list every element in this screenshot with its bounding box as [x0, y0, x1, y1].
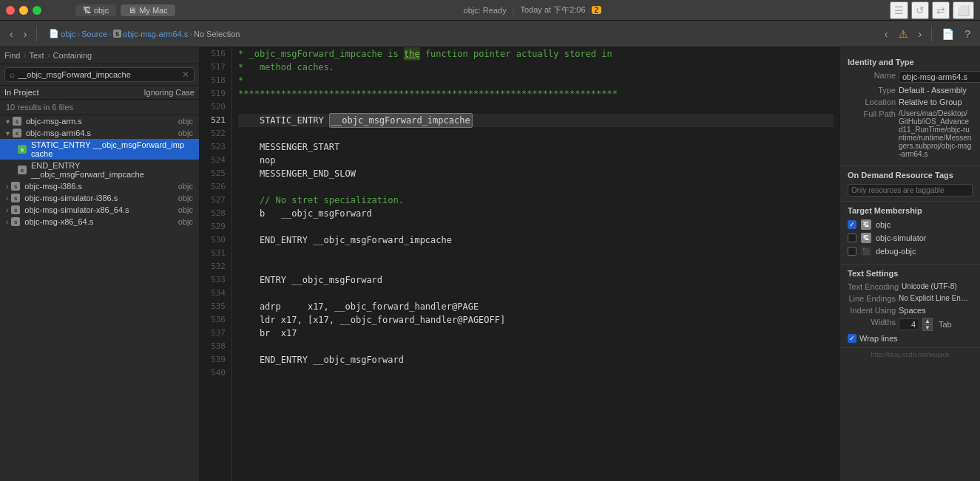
close-button[interactable] — [6, 6, 15, 15]
target-simulator: 🏗 objc-simulator — [848, 233, 973, 243]
checkbox-objc[interactable]: ✓ — [848, 220, 856, 229]
indent-label: Indent Using — [848, 306, 896, 315]
titlebar: 🏗 objc 🖥 My Mac objc: Ready | Today at 下… — [0, 0, 980, 21]
file-icon-x86: s — [11, 217, 20, 226]
target-membership-title: Target Membership — [848, 206, 973, 215]
filetype-x86: objc — [178, 217, 193, 226]
help-btn[interactable]: ? — [961, 27, 974, 41]
sidebar-item-end-entry[interactable]: s END_ENTRY __objc_msgForward_impcache — [0, 160, 199, 180]
full-path-row: Full Path /Users/mac/Desktop/GitHub/iOS_… — [848, 109, 973, 158]
type-row: Type Default - Assembly — [848, 86, 973, 95]
sidebar-item-sim-i386[interactable]: › s objc-msg-simulator-i386.s objc — [0, 192, 199, 204]
filename-sim-x86: objc-msg-simulator-x86_64.s — [24, 205, 175, 214]
stepper-down[interactable]: ▼ — [922, 324, 933, 331]
code-line-519: ****************************************… — [238, 87, 834, 100]
breadcrumb-file-icon: s — [113, 30, 122, 38]
search-input-row: ⌕ ✕ — [0, 64, 199, 86]
breadcrumb-file[interactable]: objc-msg-arm64.s — [123, 30, 188, 38]
caret-sim-x86: › — [6, 206, 8, 214]
line-num-526: 526 — [206, 180, 226, 194]
search-input-wrap: ⌕ ✕ — [4, 67, 195, 82]
filename-end: END_ENTRY __objc_msgForward_impcache — [31, 161, 193, 179]
swap-icon[interactable]: ⇄ — [932, 1, 950, 19]
location-row: Location Relative to Group — [848, 98, 973, 106]
sidebar: Find › Text › Containing ⌕ ✕ In Project — [0, 47, 200, 481]
list-icon[interactable]: ☰ — [890, 1, 908, 19]
zoom-button[interactable] — [33, 6, 41, 15]
breadcrumb-source[interactable]: Source — [81, 30, 107, 38]
file-icon-static: s — [18, 145, 27, 154]
status-label: objc: Ready — [464, 6, 507, 15]
code-content: 516 517 518 519 520 521 522 523 524 525 … — [200, 47, 839, 481]
checkbox-sim[interactable] — [848, 233, 856, 242]
filetype-sim-x86: objc — [178, 205, 193, 214]
widths-row: Widths ▲ ▼ Tab — [848, 318, 973, 331]
results-label: 10 results in 6 files — [0, 100, 199, 115]
wrap-checkbox[interactable]: ✓ — [848, 334, 856, 343]
status-sep: | — [513, 6, 515, 15]
watermark-text: http://blog.csdn.net/wujack — [871, 351, 949, 358]
scope-in-project: In Project — [4, 88, 38, 97]
segment-find[interactable]: Find — [4, 51, 20, 60]
checkbox-debug[interactable] — [848, 247, 856, 256]
line-num-522: 522 — [206, 127, 226, 140]
sidebar-item-arm[interactable]: ▾ s objc-msg-arm.s objc — [0, 115, 199, 127]
sidebar-item-static-entry[interactable]: s STATIC_ENTRY __objc_msgForward_imp cac… — [0, 139, 199, 160]
sidebar-item-arm64[interactable]: ▾ s objc-msg-arm64.s objc — [0, 127, 199, 139]
widths-input-row: ▲ ▼ Tab — [899, 318, 952, 331]
name-input[interactable] — [899, 71, 980, 83]
full-path-value: /Users/mac/Desktop/GitHub/iOS_Advanced11… — [899, 109, 973, 158]
warning-badge[interactable]: 2 — [592, 6, 602, 14]
warn-btn[interactable]: ⚠ — [895, 27, 912, 41]
caret-arm: ▾ — [6, 117, 10, 126]
filetype-i386: objc — [178, 182, 193, 191]
toolbar-sep2 — [931, 27, 932, 41]
clear-icon[interactable]: ✕ — [182, 69, 189, 80]
nav-left-btn[interactable]: ‹ — [881, 27, 892, 41]
file-icon-arm64: s — [13, 129, 21, 137]
widths-input[interactable] — [899, 318, 919, 330]
breadcrumb: 📄 objc › Source › s objc-msg-arm64.s › N… — [49, 29, 240, 38]
scope-btn[interactable]: In Project — [4, 88, 38, 97]
layout-icon[interactable]: ⬜ — [953, 1, 974, 19]
sidebar-item-i386[interactable]: › s objc-msg-i386.s objc — [0, 180, 199, 192]
file-icon-arm: s — [13, 117, 21, 126]
segment-text-label: Text — [29, 51, 44, 60]
breadcrumb-objc[interactable]: objc — [61, 30, 75, 38]
segment-text[interactable]: Text — [29, 51, 44, 60]
minimize-button[interactable] — [19, 6, 28, 15]
file-btn[interactable]: 📄 — [938, 27, 958, 41]
encoding-row: Text Encoding Unicode (UTF-8) — [848, 282, 973, 291]
search-input[interactable] — [18, 70, 179, 79]
sidebar-item-sim-x86[interactable]: › s objc-msg-simulator-x86_64.s objc — [0, 204, 199, 216]
code-area[interactable]: * _objc_msgForward_impcache is the funct… — [232, 47, 839, 481]
indent-value: Spaces — [899, 306, 973, 315]
line-num-520: 520 — [206, 100, 226, 114]
nav-back-button[interactable]: ‹ — [6, 27, 17, 41]
target-icon: 🏗 — [83, 6, 91, 15]
stepper-up[interactable]: ▲ — [922, 318, 933, 324]
code-line-523: MESSENGER_START — [238, 140, 834, 154]
code-line-528: b __objc_msgForward — [238, 207, 834, 220]
widths-stepper[interactable]: ▲ ▼ — [922, 318, 933, 331]
tab-objc[interactable]: 🏗 objc — [75, 4, 116, 16]
nav-right-btn[interactable]: › — [915, 27, 926, 41]
sidebar-item-x86[interactable]: › s objc-msg-x86_64.s objc — [0, 216, 199, 228]
code-line-516: * _objc_msgForward_impcache is the funct… — [238, 47, 834, 61]
line-endings-value: No Explicit Line En… — [899, 294, 973, 302]
refresh-icon[interactable]: ↺ — [911, 1, 929, 19]
caret-x86: › — [6, 218, 8, 226]
nav-forward-button[interactable]: › — [20, 27, 31, 41]
tags-input[interactable]: Only resources are taggable — [848, 184, 973, 197]
breadcrumb-no-selection: No Selection — [194, 30, 240, 38]
code-line-533: ENTRY __objc_msgForward — [238, 273, 834, 287]
filename-static: STATIC_ENTRY __objc_msgForward_imp cache — [31, 140, 193, 158]
tab-my-mac[interactable]: 🖥 My Mac — [121, 4, 175, 16]
titlebar-right: ☰ ↺ ⇄ ⬜ — [890, 1, 974, 19]
segment-find-label: Find — [4, 51, 20, 60]
segment-containing[interactable]: Containing — [53, 51, 92, 60]
target-objc: ✓ 🏗 objc — [848, 219, 973, 230]
code-line-532 — [238, 260, 834, 273]
file-icon-end: s — [18, 166, 27, 174]
file-icon-sim-x86: s — [11, 205, 20, 214]
